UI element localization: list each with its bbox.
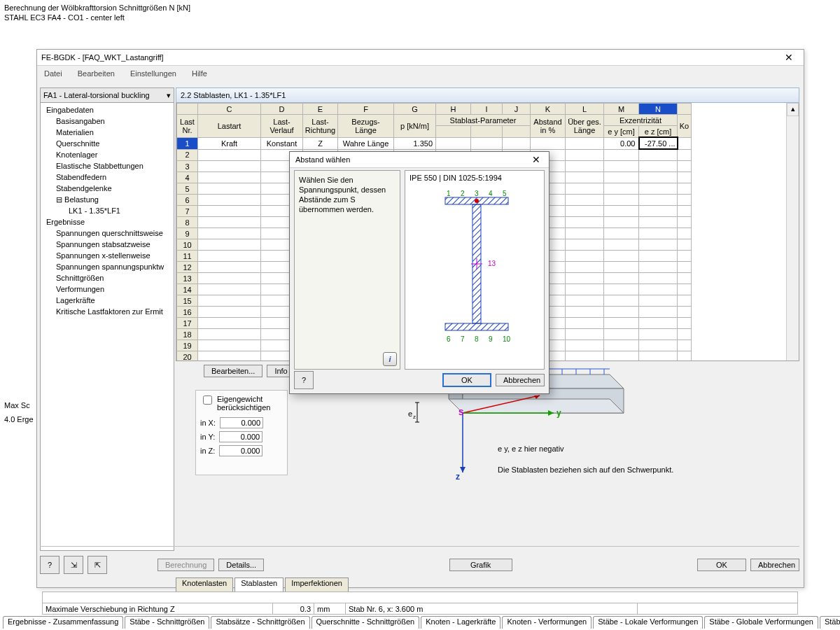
menu-item[interactable]: Einstellungen — [127, 68, 179, 79]
tree-item[interactable]: Spannungen spannungspunktw — [41, 261, 174, 272]
self-weight-checkbox[interactable]: Eigengewicht berücksichtigen — [196, 391, 287, 416]
module-title: FE-BGDK - [FAQ_WKT_Lastangriff] — [41, 53, 164, 62]
tree-item[interactable]: Lagerkräfte — [41, 295, 174, 306]
tree-item[interactable]: Kritische Lastfaktoren zur Ermit — [41, 306, 174, 317]
help-icon[interactable]: ? — [294, 371, 314, 389]
loadcase-combo[interactable]: FA1 - Lateral-torsional buckling ▾ — [41, 88, 174, 103]
svg-text:4: 4 — [489, 190, 493, 197]
page-header: Berechnung der Wölbkrafttorsion Schnittg… — [0, 0, 840, 25]
summary-row: Maximale Verschiebung in Richtung Z 0.3 … — [42, 592, 798, 614]
result-tab[interactable]: Stäbe - Lokale Verformungen — [593, 616, 703, 629]
svg-text:S: S — [458, 408, 463, 416]
tree-item[interactable]: Querschnitte — [41, 138, 174, 149]
tree-item[interactable]: Eingabedaten — [41, 104, 174, 115]
module-titlebar[interactable]: FE-BGDK - [FAQ_WKT_Lastangriff] ✕ — [37, 50, 804, 66]
calculation-button[interactable]: Berechnung — [158, 559, 214, 571]
self-weight-y-input[interactable] — [219, 431, 262, 442]
help-icon[interactable]: ? — [40, 556, 59, 574]
svg-text:1: 1 — [447, 190, 451, 197]
tree-item[interactable]: Materialien — [41, 127, 174, 138]
header-line1: Berechnung der Wölbkrafttorsion Schnittg… — [4, 3, 836, 13]
graphics-button[interactable]: Grafik — [449, 559, 512, 571]
details-button[interactable]: Details... — [218, 559, 264, 571]
svg-rect-42 — [445, 323, 508, 330]
svg-text:z: z — [413, 414, 416, 420]
result-tab[interactable]: Stäbe - Globale Verformungen — [704, 616, 818, 629]
bottom-toolbar: ? ⇲ ⇱ Berechnung Details... Grafik OK Ab… — [40, 546, 799, 583]
result-tab[interactable]: Querschnitte - Schnittgrößen — [312, 616, 420, 629]
svg-text:e y, e z  hier negativ: e y, e z hier negativ — [498, 444, 564, 453]
export-icon[interactable]: ⇲ — [64, 556, 83, 574]
tree-item[interactable]: Verformungen — [41, 284, 174, 295]
self-weight-z-input[interactable] — [219, 445, 262, 456]
navigator: FA1 - Lateral-torsional buckling ▾ Einga… — [40, 88, 174, 551]
result-tab[interactable]: Knoten - Verformungen — [502, 616, 592, 629]
tree-item[interactable]: Elastische Stabbettungen — [41, 160, 174, 172]
close-icon[interactable]: ✕ — [529, 154, 543, 165]
profile-preview[interactable]: IPE 550 | DIN 1025-5:1994 12345 — [405, 170, 545, 370]
tree-item[interactable]: Spannungen querschnittsweise — [41, 227, 174, 239]
dialog-ok-button[interactable]: OK — [442, 373, 491, 387]
dialog-titlebar[interactable]: Abstand wählen ✕ — [290, 152, 549, 168]
menu-item[interactable]: Hilfe — [189, 68, 210, 79]
tree-item[interactable]: LK1 - 1.35*LF1 — [41, 205, 174, 216]
svg-text:Die Stablasten beziehen sich a: Die Stablasten beziehen sich auf den Sch… — [498, 465, 673, 474]
svg-marker-24 — [460, 467, 465, 472]
tree-item[interactable]: Spannungen x-stellenweise — [41, 250, 174, 261]
info-icon[interactable]: i — [383, 352, 397, 366]
svg-text:2: 2 — [461, 190, 465, 197]
edit-button[interactable]: Bearbeiten... — [204, 365, 262, 377]
svg-text:e: e — [408, 410, 412, 418]
navigator-tree[interactable]: EingabedatenBasisangabenMaterialienQuers… — [41, 103, 174, 318]
header-line2: STAHL EC3 FA4 - CO1 - center left — [4, 13, 836, 22]
left-fragment: Max Sc 4.0 Erge — [4, 401, 36, 424]
self-weight-box: Eigengewicht berücksichtigen in X: in Y:… — [195, 390, 288, 475]
bottom-tabs: Ergebnisse - ZusammenfassungStäbe - Schn… — [3, 616, 840, 629]
result-tab[interactable]: Stäbe - Stabkennzahlen — [820, 616, 840, 629]
tree-item[interactable]: Basisangaben — [41, 115, 174, 127]
menu-item[interactable]: Bearbeiten — [75, 68, 118, 79]
chevron-down-icon: ▾ — [167, 91, 171, 100]
distance-dialog: Abstand wählen ✕ Wählen Sie den Spannung… — [289, 151, 550, 394]
svg-point-43 — [475, 199, 479, 203]
result-tab[interactable]: Stabsätze - Schnittgrößen — [211, 616, 309, 629]
table-title: 2.2 Stablasten, LK1 - 1.35*LF1 — [176, 88, 799, 103]
result-tab[interactable]: Ergebnisse - Zusammenfassung — [3, 616, 123, 629]
svg-text:13: 13 — [488, 260, 496, 267]
svg-text:3: 3 — [475, 190, 479, 197]
result-tab[interactable]: Stäbe - Schnittgrößen — [125, 616, 209, 629]
tree-item[interactable]: Ergebnisse — [41, 216, 174, 227]
tree-item[interactable]: Stabendfedern — [41, 172, 174, 183]
svg-text:8: 8 — [475, 335, 479, 343]
close-icon[interactable]: ✕ — [778, 52, 799, 63]
menu-item[interactable]: Datei — [41, 68, 65, 79]
scroll-up-icon[interactable]: ▴ — [787, 103, 799, 116]
tree-item[interactable]: Schnittgrößen — [41, 272, 174, 284]
svg-marker-3 — [449, 399, 624, 413]
menubar: DateiBearbeitenEinstellungenHilfe — [37, 66, 804, 81]
import-icon[interactable]: ⇱ — [88, 556, 107, 574]
svg-text:5: 5 — [503, 190, 507, 197]
tree-item[interactable]: Stabendgelenke — [41, 183, 174, 194]
tree-item[interactable]: Spannungen stabsatzweise — [41, 239, 174, 250]
dialog-instruction: Wählen Sie den Spannungspunkt, dessen Ab… — [294, 170, 400, 370]
dialog-title: Abstand wählen — [295, 155, 350, 164]
svg-text:7: 7 — [461, 335, 465, 343]
ok-button[interactable]: OK — [697, 559, 746, 571]
tree-item[interactable]: ⊟ Belastung — [41, 194, 174, 205]
svg-text:z: z — [456, 472, 460, 482]
tree-item[interactable]: Knotenlager — [41, 149, 174, 160]
svg-text:y: y — [556, 408, 561, 418]
self-weight-x-input[interactable] — [220, 417, 263, 428]
svg-text:10: 10 — [503, 335, 511, 343]
result-tab[interactable]: Knoten - Lagerkräfte — [421, 616, 500, 629]
dialog-cancel-button[interactable]: Abbrechen — [496, 374, 545, 386]
svg-text:6: 6 — [447, 335, 451, 343]
svg-text:9: 9 — [489, 335, 493, 343]
v-scrollbar[interactable]: ▴ — [786, 103, 799, 360]
cancel-button[interactable]: Abbrechen — [750, 559, 799, 571]
